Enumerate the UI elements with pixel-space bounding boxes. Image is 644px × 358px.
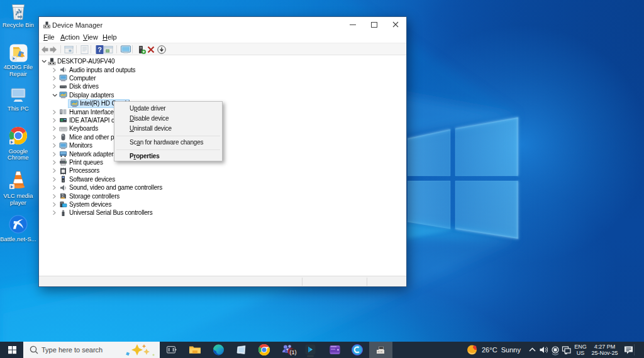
svg-text:?: ? xyxy=(97,46,102,53)
svg-text:(1): (1) xyxy=(290,349,297,355)
